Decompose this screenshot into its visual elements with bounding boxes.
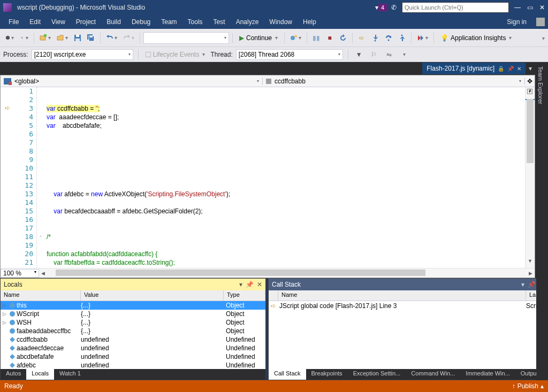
notifications-flag-icon[interactable]: ▾4 <box>375 4 387 11</box>
save-all-button[interactable] <box>85 32 97 44</box>
menu-team[interactable]: Team <box>156 16 182 28</box>
locals-row[interactable]: abcdbefafafeundefinedUndefined <box>1 352 265 361</box>
feedback-icon[interactable]: ✆ <box>391 4 397 11</box>
menu-window[interactable]: Window <box>264 16 298 28</box>
menu-file[interactable]: File <box>3 16 24 28</box>
split-handle-icon[interactable]: ✥ <box>525 78 535 85</box>
scope-dropdown-right[interactable]: ccdffcbabb ▾ <box>263 78 525 85</box>
panel-pin-icon[interactable]: 📌 <box>246 281 254 288</box>
locals-row[interactable]: ▷this{...}Object <box>1 301 265 310</box>
restart-button[interactable] <box>337 32 349 44</box>
editor-body[interactable]: ➪ 123456789101112131415161718192021 - va… <box>1 87 535 268</box>
thread-dropdown[interactable]: [2068] Thread 2068▾ <box>236 49 343 60</box>
menu-test[interactable]: Test <box>208 16 231 28</box>
callstack-row[interactable]: ➪ JScript global code [Flash-2017.js] Li… <box>269 301 547 311</box>
continue-button[interactable]: ▶Continue▾ <box>236 32 281 44</box>
step-into-button[interactable] <box>369 32 381 44</box>
locals-row[interactable]: ▷WSH{...}Object <box>1 318 265 327</box>
locals-row[interactable]: afdebcundefinedUndefined <box>1 361 265 369</box>
scope-right-label: ccdffcbabb <box>275 78 306 85</box>
toolbar-overflow[interactable]: ▾ <box>542 35 545 41</box>
toolbar2-overflow[interactable]: ▾ <box>398 49 410 60</box>
scroll-up-icon[interactable]: ▲ <box>526 87 535 97</box>
menu-view[interactable]: View <box>46 16 71 28</box>
vertical-scrollbar[interactable]: ▪ ▲ ▼ <box>525 87 535 268</box>
intellitrace-button[interactable]: ▾ <box>415 32 430 44</box>
panel-tab[interactable]: Exception Settin... <box>348 369 406 380</box>
publish-button[interactable]: ↑ Publish ▴ <box>512 382 544 390</box>
panel-pin-icon[interactable]: 📌 <box>528 281 536 288</box>
scroll-right-icon[interactable]: ▶ <box>527 271 535 276</box>
minimize-button[interactable]: — <box>514 4 521 11</box>
panel-close-icon[interactable]: ✕ <box>257 281 262 288</box>
locals-row[interactable]: aaadeecfdeccaeundefinedUndefined <box>1 344 265 352</box>
continue-label: Continue <box>246 34 272 42</box>
maximize-button[interactable]: ▭ <box>527 4 533 11</box>
process-dropdown[interactable]: [2120] wscript.exe▾ <box>32 49 133 60</box>
browser-select-button[interactable]: ▾ <box>288 32 303 44</box>
zoom-dropdown[interactable]: 100 %▾ <box>1 269 39 278</box>
scroll-left-icon[interactable]: ◀ <box>39 271 47 276</box>
menu-edit[interactable]: Edit <box>24 16 46 28</box>
application-insights-button[interactable]: 💡Application Insights▾ <box>437 34 515 42</box>
scope-dropdown-left[interactable]: <global> ▾ <box>1 78 263 85</box>
tabstrip-overflow[interactable]: ▾ <box>526 65 535 72</box>
quick-launch[interactable] <box>402 2 509 13</box>
panel-tab[interactable]: Watch 1 <box>54 369 86 380</box>
panel-dropdown-icon[interactable]: ▾ <box>239 281 242 288</box>
menu-build[interactable]: Build <box>101 16 126 28</box>
thread-filter-button[interactable]: ⚐ <box>368 49 380 60</box>
sign-in-link[interactable]: Sign in <box>507 18 532 26</box>
locals-rows[interactable]: ▷this{...}Object▷WScript{...}Object▷WSH{… <box>1 301 265 369</box>
panel-tab[interactable]: Immediate Win... <box>460 369 515 380</box>
panel-dropdown-icon[interactable]: ▾ <box>521 281 524 288</box>
menu-analyze[interactable]: Analyze <box>231 16 264 28</box>
step-out-button[interactable] <box>396 32 408 44</box>
show-next-statement-button[interactable]: ➪ <box>356 32 368 44</box>
avatar-icon[interactable] <box>536 18 545 26</box>
panel-tab[interactable]: Locals <box>26 369 54 380</box>
panel-tab[interactable]: Command Win... <box>406 369 460 380</box>
panel-tab[interactable]: Breakpoints <box>306 369 348 380</box>
scroll-down-icon[interactable]: ▼ <box>526 258 535 268</box>
new-project-button[interactable]: ▾ <box>37 32 53 44</box>
locals-row[interactable]: ccdffcbabbundefinedUndefined <box>1 335 265 344</box>
pin-icon[interactable]: 📌 <box>507 66 514 72</box>
locals-tabs: AutosLocalsWatch 1 <box>1 369 265 380</box>
stack-frame-button[interactable]: ⇋ <box>383 49 395 60</box>
open-file-button[interactable]: ▾ <box>55 32 70 44</box>
col-name[interactable]: Name <box>1 290 81 301</box>
menu-project[interactable]: Project <box>71 16 101 28</box>
save-button[interactable] <box>72 32 83 44</box>
quick-launch-input[interactable] <box>402 2 509 13</box>
close-icon[interactable]: ✕ <box>517 66 521 72</box>
locals-row[interactable]: ▷WScript{...}Object <box>1 310 265 318</box>
flag-filter-button[interactable]: ▼ <box>353 49 365 60</box>
nav-fwd-button[interactable]: ▾ <box>18 32 31 44</box>
menu-debug[interactable]: Debug <box>126 16 156 28</box>
hscrollbar-thumb[interactable] <box>56 270 425 276</box>
undo-button[interactable]: ▾ <box>104 32 119 44</box>
scrollbar-thumb[interactable] <box>527 99 534 163</box>
panel-tab[interactable]: Autos <box>1 369 26 380</box>
panel-tab[interactable]: Call Stack <box>269 369 306 380</box>
current-frame-arrow-icon: ➪ <box>271 302 276 310</box>
solution-config-dropdown[interactable]: ▾ <box>143 32 229 44</box>
code-area[interactable]: var ccdffcbabb = '';var aaadeecfdeccae =… <box>44 87 535 268</box>
team-explorer-tab[interactable]: Team Explorer <box>536 62 545 109</box>
cs-col-name[interactable]: Name <box>278 290 526 301</box>
menu-tools[interactable]: Tools <box>182 16 208 28</box>
document-tab[interactable]: Flash-2017.js [dynamic] 🔒 📌 ✕ <box>422 63 526 74</box>
menu-help[interactable]: Help <box>298 16 322 28</box>
locals-row[interactable]: faabeaddabeccffbc{...}Object <box>1 327 265 335</box>
col-value[interactable]: Value <box>81 290 224 301</box>
callstack-rows[interactable]: ➪ JScript global code [Flash-2017.js] Li… <box>269 301 547 369</box>
lifecycle-events-button[interactable]: Lifecycle Events▾ <box>143 51 208 58</box>
close-button[interactable]: ✕ <box>539 4 545 11</box>
nav-back-button[interactable]: ▾ <box>3 32 16 44</box>
pause-button[interactable]: ▮▮ <box>310 32 322 44</box>
col-type[interactable]: Type <box>224 290 265 301</box>
redo-button[interactable]: ▾ <box>121 32 136 44</box>
step-over-button[interactable] <box>383 32 394 44</box>
stop-button[interactable]: ■ <box>324 32 336 44</box>
